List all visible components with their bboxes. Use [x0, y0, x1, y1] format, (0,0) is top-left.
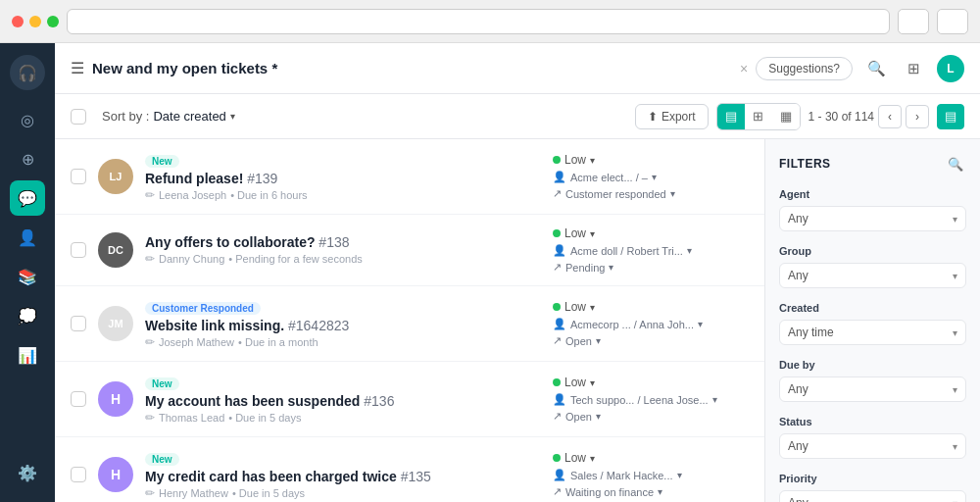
sidebar-item-support[interactable]: ◎: [10, 102, 45, 137]
search-button[interactable]: 🔍: [862, 55, 890, 82]
grid-view-button[interactable]: ⊞: [745, 104, 772, 129]
assignee-chevron-icon: ▾: [712, 394, 717, 405]
list-view-button[interactable]: ▤: [717, 104, 745, 129]
priority-label: Low: [564, 153, 586, 167]
filter-select-agent[interactable]: Any ▾: [779, 206, 966, 231]
agent-name: Joseph Mathew: [159, 336, 234, 348]
ticket-status: ↗ Open ▾: [553, 334, 601, 347]
plus-icon: ⊞: [907, 60, 920, 77]
filter-select-group[interactable]: Any ▾: [779, 263, 966, 288]
assignee-text: Tech suppo... / Leena Jose...: [570, 394, 709, 406]
active-view-button[interactable]: ▤: [937, 104, 964, 129]
search-filters-icon: 🔍: [948, 157, 963, 172]
select-all-checkbox[interactable]: [71, 109, 86, 125]
topbar: ☰ New and my open tickets * × Suggestion…: [55, 43, 980, 94]
ticket-number: #138: [318, 234, 349, 250]
ticket-badge: New: [145, 453, 179, 466]
export-button[interactable]: ⬆ Export: [635, 104, 709, 129]
priority-chevron-icon: ▾: [590, 155, 595, 166]
assignee-chevron-icon: ▾: [698, 319, 703, 329]
titlebar-search-input[interactable]: [67, 9, 890, 34]
ticket-item[interactable]: H New My credit card has been charged tw…: [55, 437, 764, 502]
ticket-checkbox[interactable]: [71, 467, 86, 482]
close-tab-button[interactable]: ×: [740, 61, 748, 76]
prev-page-button[interactable]: ‹: [878, 105, 902, 128]
meta-text: • Pending for a few seconds: [228, 253, 363, 265]
ticket-checkbox[interactable]: [71, 316, 86, 331]
sidebar-item-tickets[interactable]: 💬: [10, 180, 45, 216]
filter-value: Any: [788, 439, 808, 453]
ticket-list: LJ New Refund please! #139 ✏ Leena Josep…: [55, 139, 764, 502]
meta-icon: ✏: [145, 486, 155, 500]
sidebar-item-conversations[interactable]: 💭: [10, 298, 45, 333]
filter-select-status[interactable]: Any ▾: [779, 433, 966, 459]
sidebar-item-reports[interactable]: 📊: [10, 337, 45, 373]
ticket-item[interactable]: JM Customer Responded Website link missi…: [55, 286, 764, 362]
settings-icon: ⚙️: [18, 464, 37, 482]
ticket-item[interactable]: LJ New Refund please! #139 ✏ Leena Josep…: [55, 139, 764, 215]
chevron-left-icon: ‹: [888, 110, 892, 124]
ticket-priority: Low ▾: [553, 300, 595, 314]
compact-view-button[interactable]: ▦: [772, 104, 800, 129]
next-page-button[interactable]: ›: [906, 105, 929, 128]
titlebar-btn-1[interactable]: [898, 9, 929, 34]
ticket-item[interactable]: DC Any offers to collaborate? #138 ✏ Dan…: [55, 215, 764, 286]
filter-value: Any: [788, 212, 808, 226]
ticket-main: New My credit card has been charged twic…: [145, 449, 541, 500]
active-view-icon: ▤: [945, 109, 956, 124]
topbar-actions: Suggestions? 🔍 ⊞ L: [756, 55, 964, 82]
ticket-main: New Refund please! #139 ✏ Leena Joseph •…: [145, 151, 541, 202]
filter-value: Any: [788, 382, 808, 396]
filter-select-priority[interactable]: Any ▾: [779, 490, 966, 502]
add-button[interactable]: ⊞: [900, 55, 927, 82]
app: 🎧 ◎ ⊕ 💬 👤 📚 💭 📊 ⚙️ ☰ New and: [0, 43, 980, 502]
filters-search-button[interactable]: 🔍: [945, 153, 966, 175]
filter-group-group: Group Any ▾: [779, 245, 966, 288]
minimize-traffic-light[interactable]: [29, 16, 41, 27]
meta-icon: ✏: [145, 188, 155, 202]
maximize-traffic-light[interactable]: [47, 16, 59, 27]
titlebar: [0, 0, 980, 43]
priority-label: Low: [564, 376, 586, 389]
avatar: H: [98, 381, 133, 417]
ticket-right: Low ▾ 👤 Sales / Mark Hacke... ▾ ↗ Waitin…: [553, 451, 749, 498]
ticket-checkbox[interactable]: [71, 391, 86, 407]
export-label: Export: [662, 110, 696, 124]
ticket-number: #139: [247, 171, 277, 186]
avatar: H: [98, 457, 133, 492]
filter-select-created[interactable]: Any time ▾: [779, 320, 966, 345]
priority-dot: [553, 454, 561, 462]
ticket-item[interactable]: H New My account has been suspended #136…: [55, 362, 764, 437]
filter-select-due by[interactable]: Any ▾: [779, 376, 966, 402]
sort-button[interactable]: Sort by : Date created ▾: [94, 105, 243, 127]
menu-icon[interactable]: ☰: [71, 59, 84, 77]
status-chevron-icon: ▾: [609, 262, 613, 273]
ticket-meta: ✏ Henry Mathew • Due in 5 days: [145, 486, 541, 500]
suggestions-button[interactable]: Suggestions?: [756, 57, 853, 80]
sidebar-item-contacts[interactable]: ⊕: [10, 141, 45, 176]
ticket-checkbox[interactable]: [71, 169, 86, 184]
ticket-meta: ✏ Leena Joseph • Due in 6 hours: [145, 188, 541, 202]
pagination: 1 - 30 of 114 ‹ ›: [808, 105, 929, 128]
sidebar-item-settings[interactable]: ⚙️: [10, 455, 45, 490]
filter-group-status: Status Any ▾: [779, 416, 966, 459]
user-avatar[interactable]: L: [937, 55, 964, 82]
sidebar-item-customers[interactable]: 👤: [10, 220, 45, 255]
ticket-main: Any offers to collaborate? #138 ✏ Danny …: [145, 234, 541, 266]
titlebar-btn-2[interactable]: [937, 9, 968, 34]
filters-title: FILTERS: [779, 157, 831, 171]
filter-select-row: Any: [788, 212, 808, 226]
ticket-checkbox[interactable]: [71, 242, 86, 258]
close-traffic-light[interactable]: [12, 16, 24, 27]
filter-select-row: Any time: [788, 326, 834, 339]
ticket-badge: New: [145, 377, 179, 390]
sidebar-item-knowledge[interactable]: 📚: [10, 259, 45, 294]
filter-select-row: Any: [788, 439, 808, 453]
ticket-priority: Low ▾: [553, 451, 595, 465]
meta-text: • Due in a month: [238, 336, 318, 348]
priority-label: Low: [564, 300, 586, 314]
avatar: DC: [98, 232, 133, 268]
conversations-icon: 💭: [18, 307, 37, 326]
ticket-right: Low ▾ 👤 Tech suppo... / Leena Jose... ▾ …: [553, 376, 749, 423]
meta-icon: ✏: [145, 335, 155, 349]
